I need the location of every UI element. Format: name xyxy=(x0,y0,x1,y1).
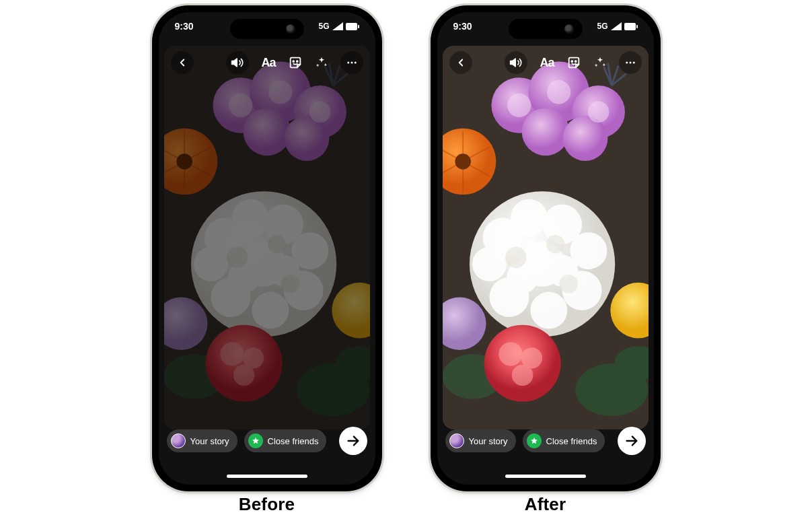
front-camera xyxy=(286,24,295,34)
signal-icon xyxy=(611,22,622,30)
chevron-left-icon xyxy=(455,57,467,69)
back-button[interactable] xyxy=(171,51,194,74)
svg-marker-47 xyxy=(232,59,237,67)
text-tool-button[interactable]: Aa xyxy=(540,56,554,70)
caption-after: After xyxy=(525,494,566,515)
home-indicator[interactable] xyxy=(227,475,307,478)
svg-point-59 xyxy=(626,62,628,64)
svg-rect-46 xyxy=(358,25,359,28)
ellipsis-icon xyxy=(624,57,636,69)
front-camera xyxy=(564,24,574,34)
svg-point-61 xyxy=(632,62,634,64)
close-friends-label: Close friends xyxy=(546,436,597,446)
effects-button[interactable] xyxy=(315,56,328,69)
story-toolbar: Aa xyxy=(449,51,642,74)
close-friends-icon xyxy=(527,433,542,448)
battery-icon xyxy=(346,23,359,30)
audio-button[interactable] xyxy=(226,51,249,74)
battery-icon xyxy=(624,23,638,30)
svg-point-51 xyxy=(350,62,353,64)
screen: 9:30 5G xyxy=(437,12,654,485)
chevron-left-icon xyxy=(176,57,188,69)
sticker-icon xyxy=(288,55,303,70)
text-tool-button[interactable]: Aa xyxy=(261,56,275,70)
phone-before: 9:30 5G xyxy=(152,5,382,491)
star-icon xyxy=(252,437,260,445)
svg-point-58 xyxy=(575,61,576,62)
story-photo xyxy=(443,46,649,429)
sparkle-icon xyxy=(593,56,607,69)
status-network: 5G xyxy=(318,22,329,31)
your-story-button[interactable]: Your story xyxy=(445,429,516,452)
audio-button[interactable] xyxy=(505,51,527,74)
close-friends-button[interactable]: Close friends xyxy=(523,429,605,452)
sparkle-icon xyxy=(315,56,328,69)
svg-point-60 xyxy=(629,62,631,64)
sticker-icon xyxy=(566,55,581,70)
effects-button[interactable] xyxy=(593,56,607,69)
story-photo xyxy=(164,46,370,429)
screen: 9:30 5G xyxy=(159,12,375,485)
svg-point-48 xyxy=(293,61,294,62)
avatar-icon xyxy=(171,433,186,448)
share-bar: Your story Close friends xyxy=(167,427,367,455)
speaker-icon xyxy=(231,56,244,69)
phone-after: 9:30 5G xyxy=(431,5,661,491)
svg-rect-45 xyxy=(346,23,357,30)
your-story-label: Your story xyxy=(469,436,508,446)
story-canvas[interactable]: Aa xyxy=(443,46,649,429)
avatar-icon xyxy=(449,433,464,448)
svg-point-50 xyxy=(347,62,349,64)
svg-point-52 xyxy=(354,62,356,64)
svg-point-57 xyxy=(571,61,573,62)
ellipsis-icon xyxy=(346,57,358,69)
svg-point-49 xyxy=(296,61,297,62)
close-friends-label: Close friends xyxy=(268,436,319,446)
svg-rect-55 xyxy=(636,25,638,28)
close-friends-icon xyxy=(248,433,263,448)
svg-marker-56 xyxy=(511,59,516,67)
star-icon xyxy=(530,437,538,445)
speaker-icon xyxy=(509,56,523,69)
home-indicator[interactable] xyxy=(505,475,586,478)
send-button[interactable] xyxy=(339,427,367,455)
more-button[interactable] xyxy=(619,51,642,74)
story-toolbar: Aa xyxy=(171,51,363,74)
sticker-button[interactable] xyxy=(288,55,303,70)
more-button[interactable] xyxy=(340,51,363,74)
story-canvas[interactable]: Aa xyxy=(164,46,370,429)
caption-before: Before xyxy=(239,494,295,515)
close-friends-button[interactable]: Close friends xyxy=(244,429,327,452)
arrow-right-icon xyxy=(346,433,361,448)
back-button[interactable] xyxy=(449,51,472,74)
your-story-button[interactable]: Your story xyxy=(167,429,237,452)
status-network: 5G xyxy=(597,22,607,31)
your-story-label: Your story xyxy=(190,436,229,446)
sticker-button[interactable] xyxy=(566,55,581,70)
arrow-right-icon xyxy=(624,433,639,448)
svg-rect-54 xyxy=(624,23,636,30)
status-time: 9:30 xyxy=(453,21,472,32)
status-time: 9:30 xyxy=(175,21,194,32)
signal-icon xyxy=(332,22,343,30)
send-button[interactable] xyxy=(618,427,646,455)
share-bar: Your story Close friends xyxy=(445,427,646,455)
